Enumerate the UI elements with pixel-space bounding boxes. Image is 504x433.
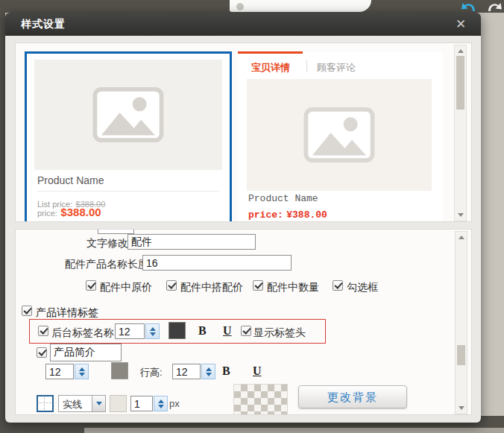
checkbox-detail-tag[interactable] — [22, 306, 32, 316]
scroll-up-icon[interactable] — [458, 49, 464, 53]
image-placeholder-icon — [303, 107, 375, 162]
background-bottom-strip — [84, 428, 504, 433]
template-card-selected[interactable]: Product Name List price: $388.00 price: … — [25, 51, 232, 222]
dialog-title: 样式设置 — [21, 13, 66, 36]
checkbox-quantity[interactable] — [253, 280, 263, 291]
undo-icon[interactable] — [459, 1, 478, 13]
backend-tag-size-stepper[interactable] — [145, 323, 160, 339]
product-name: Product Name — [248, 193, 318, 204]
intro-color-swatch[interactable] — [111, 362, 128, 379]
line-height-input[interactable] — [172, 364, 201, 379]
redo-icon[interactable] — [485, 1, 504, 13]
template-card-detail[interactable]: 宝贝详情 顾客评论 Product Name price: ¥388.00 — [238, 51, 443, 222]
checkbox-combo-price[interactable] — [166, 280, 177, 291]
backend-tag-bold-button[interactable]: B — [198, 324, 207, 338]
change-background-button[interactable]: 更改背景 — [298, 385, 407, 408]
scroll-down-icon[interactable] — [458, 213, 464, 217]
line-height-stepper[interactable] — [201, 364, 215, 379]
border-color-swatch[interactable] — [110, 395, 127, 412]
settings-form-panel: 文字修改 配件产品名称长度 配件中原价 配件中搭配价 配件中数量 勾选框 产品详… — [15, 229, 472, 415]
backend-tag-label: 后台标签名称 — [51, 326, 114, 338]
checkbox-tickbox[interactable] — [333, 280, 343, 291]
line-height-label: 行高: — [140, 367, 163, 379]
product-intro-input[interactable] — [50, 344, 122, 361]
style-settings-dialog: 样式设置 ✕ Product Name List price: $388.00 — [5, 13, 481, 423]
dialog-header[interactable]: 样式设置 ✕ — [5, 13, 481, 36]
checkbox-combo-price-label: 配件中搭配价 — [180, 281, 243, 293]
checkbox-product-intro[interactable] — [37, 347, 47, 358]
image-placeholder — [247, 79, 432, 191]
scroll-up-icon[interactable] — [459, 236, 464, 239]
close-icon[interactable]: ✕ — [452, 16, 470, 33]
px-unit-label: px — [169, 398, 180, 410]
checkbox-quantity-label: 配件中数量 — [267, 281, 319, 293]
stepper-up-icon[interactable] — [206, 367, 212, 371]
preview-scrollbar[interactable] — [454, 45, 467, 221]
text-edit-input[interactable] — [127, 234, 256, 250]
border-style-dropdown[interactable]: 实线 — [58, 395, 106, 412]
name-length-label: 配件产品名称长度 — [65, 258, 148, 270]
tab-divider — [306, 60, 307, 72]
preview-panel: Product Name List price: $388.00 price: … — [15, 42, 472, 222]
stepper-up-icon[interactable] — [150, 327, 156, 331]
dropdown-arrow-icon[interactable] — [92, 396, 105, 411]
stepper-down-icon[interactable] — [150, 332, 156, 336]
intro-size-stepper[interactable] — [75, 364, 89, 379]
scrollbar-thumb[interactable] — [457, 345, 465, 365]
intro-underline-button[interactable]: U — [253, 364, 262, 378]
stepper-up-icon[interactable] — [158, 399, 164, 403]
price-label: price: — [248, 209, 283, 221]
checkbox-original-price[interactable] — [86, 280, 96, 291]
checkbox-original-price-label: 配件中原价 — [100, 281, 152, 293]
intro-bold-button[interactable]: B — [222, 364, 230, 378]
price-label: price: — [37, 209, 57, 218]
active-tab-indicator — [238, 51, 303, 54]
color-row: Color: Red Blue — [37, 221, 117, 222]
background-left-edge — [0, 0, 5, 433]
image-placeholder — [34, 60, 222, 170]
stepper-up-icon[interactable] — [79, 367, 85, 371]
text-edit-label: 文字修改 — [86, 237, 128, 249]
background-page-tab — [230, 0, 371, 12]
image-placeholder-icon — [92, 87, 164, 142]
checkbox-backend-tag[interactable] — [38, 326, 48, 336]
stepper-down-icon[interactable] — [158, 405, 164, 408]
price-value: $388.00 — [60, 206, 101, 218]
show-tag-header-label: 显示标签头 — [253, 326, 306, 338]
price-row: price: ¥388.00 — [248, 207, 327, 221]
detail-tag-label: 产品详情标签 — [36, 306, 98, 318]
border-style-value: 实线 — [63, 398, 82, 411]
screen: 样式设置 ✕ Product Name List price: $388.00 — [0, 0, 504, 433]
stepper-down-icon[interactable] — [79, 373, 85, 376]
scroll-down-icon[interactable] — [459, 406, 464, 410]
intro-size-input[interactable] — [45, 364, 74, 379]
product-name: Product Name — [37, 174, 219, 192]
backend-tag-underline-button[interactable]: U — [223, 324, 232, 338]
backend-tag-size-input[interactable] — [115, 323, 145, 339]
background-transparency-swatch[interactable] — [233, 384, 288, 415]
border-width-input[interactable] — [130, 396, 153, 411]
border-style-icon[interactable] — [37, 395, 54, 412]
background-tab-dot — [236, 3, 244, 10]
price-row: price: $388.00 — [37, 206, 101, 219]
checkbox-show-tag-header[interactable] — [241, 326, 251, 336]
stepper-down-icon[interactable] — [206, 373, 212, 376]
backend-tag-color-swatch[interactable] — [168, 322, 186, 339]
price-value: ¥388.00 — [286, 209, 327, 221]
form-scrollbar[interactable] — [455, 231, 467, 414]
checkbox-tickbox-label: 勾选框 — [347, 281, 378, 293]
border-width-stepper[interactable] — [154, 396, 168, 411]
tab-product-detail[interactable]: 宝贝详情 — [251, 61, 290, 75]
scrollbar-thumb[interactable] — [456, 56, 464, 110]
name-length-input[interactable] — [142, 255, 292, 271]
tab-customer-reviews[interactable]: 顾客评论 — [317, 61, 356, 75]
